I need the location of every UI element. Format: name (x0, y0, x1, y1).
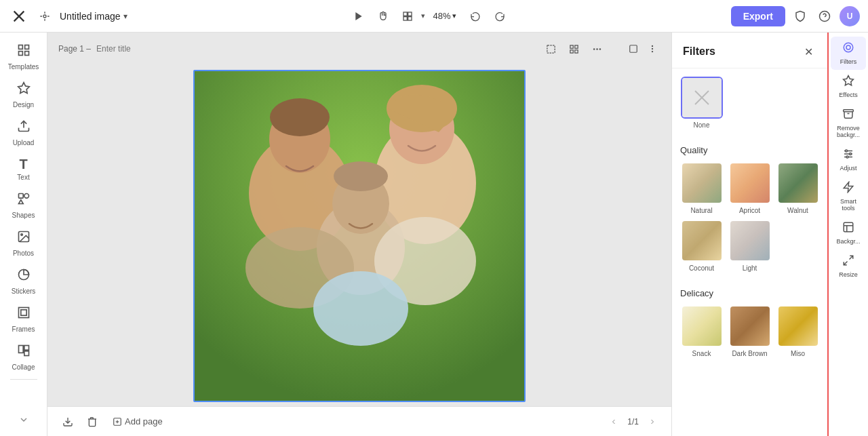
trash-icon[interactable] (83, 412, 102, 431)
filter-item-darkbrown[interactable]: Dark Brown (728, 305, 771, 357)
quality-filter-section: Quality Natural Apricot (672, 137, 827, 280)
zoom-value: 48% (433, 11, 451, 21)
photos-icon (17, 230, 31, 247)
add-page-button[interactable]: Add page (107, 414, 168, 429)
undo-button[interactable] (465, 5, 486, 27)
svg-rect-5 (408, 12, 411, 16)
zoom-control[interactable]: 48% ▾ (428, 8, 462, 24)
canvas-frame[interactable] (193, 70, 526, 402)
page-number: 1/1 (627, 417, 639, 427)
filter-item-walnut[interactable]: Walnut (776, 162, 819, 214)
filter-label-light: Light (743, 264, 757, 272)
save-icon[interactable] (35, 7, 54, 26)
svg-point-57 (844, 43, 853, 52)
filter-thumb-light (729, 220, 771, 262)
download-icon[interactable] (58, 412, 77, 431)
svg-rect-27 (574, 45, 577, 47)
upload-icon (17, 119, 31, 136)
right-sidebar-item-remove-bg[interactable]: Remove backgr... (831, 103, 866, 143)
hand-tool-button[interactable] (372, 5, 394, 27)
svg-rect-11 (18, 52, 22, 56)
none-filter-grid: None (680, 77, 819, 129)
svg-point-34 (652, 45, 653, 47)
layout-chevron-icon[interactable]: ▾ (421, 12, 425, 20)
right-sidebar-item-background[interactable]: Backgr... (831, 216, 866, 250)
page-more-icon[interactable] (644, 41, 660, 57)
play-button[interactable] (348, 5, 370, 27)
design-label: Design (13, 101, 34, 108)
canvas-toolbar (541, 39, 606, 58)
resize-tool-icon (842, 254, 854, 269)
page-title-input[interactable] (96, 44, 536, 54)
smart-tools-icon (842, 181, 854, 196)
right-sidebar-item-resize[interactable]: Resize (831, 250, 866, 283)
right-sidebar-item-adjust[interactable]: Adjust (831, 143, 866, 176)
svg-rect-29 (574, 49, 577, 52)
next-page-button[interactable] (644, 414, 660, 430)
right-sidebar-item-filters[interactable]: Filters (831, 37, 866, 70)
sidebar-item-design[interactable]: Design (2, 76, 45, 114)
sidebar-item-templates[interactable]: Templates (2, 38, 45, 76)
app-logo[interactable] (8, 5, 30, 27)
title-chevron-icon[interactable]: ▾ (123, 12, 127, 21)
right-background-label: Backgr... (836, 238, 860, 245)
svg-rect-10 (24, 45, 28, 49)
quality-section-title: Quality (680, 145, 819, 155)
svg-rect-4 (403, 12, 407, 16)
filter-thumb-natural (681, 162, 723, 204)
page-header: Page 1 – (47, 33, 671, 62)
sidebar-item-photos[interactable]: Photos (2, 224, 45, 262)
sidebar-collapse-button[interactable] (2, 409, 45, 431)
selection-tool-button[interactable] (541, 39, 560, 58)
grid-tool-button[interactable] (564, 39, 583, 58)
svg-point-36 (652, 51, 653, 52)
right-effects-label: Effects (839, 92, 857, 98)
sidebar-item-frames[interactable]: Frames (2, 300, 45, 338)
filter-item-natural[interactable]: Natural (680, 162, 723, 214)
right-remove-bg-label: Remove backgr... (833, 125, 863, 138)
layout-button[interactable] (397, 5, 418, 27)
filter-item-coconut[interactable]: Coconut (680, 220, 723, 272)
svg-rect-9 (18, 45, 22, 49)
templates-label: Templates (8, 63, 39, 71)
sidebar-item-upload[interactable]: Upload (2, 114, 45, 152)
stickers-icon (17, 268, 31, 285)
filters-close-button[interactable]: ✕ (800, 43, 816, 60)
help-icon[interactable] (815, 7, 834, 26)
filter-item-snack[interactable]: Snack (680, 305, 723, 357)
effects-tool-icon (842, 75, 854, 90)
right-sidebar-item-smart-tools[interactable]: Smart tools (831, 176, 866, 216)
export-button[interactable]: Export (731, 6, 785, 26)
right-sidebar-item-effects[interactable]: Effects (831, 70, 866, 103)
svg-rect-6 (403, 16, 407, 20)
filter-thumb-none (681, 77, 723, 119)
svg-rect-25 (547, 45, 554, 52)
sidebar-item-stickers[interactable]: Stickers (2, 262, 45, 300)
topbar-right: Export U (731, 6, 860, 26)
page-options-icon[interactable] (625, 41, 642, 57)
redo-button[interactable] (489, 5, 511, 27)
svg-point-35 (652, 48, 653, 49)
sidebar-item-collage[interactable]: Collage (2, 338, 45, 376)
filter-label-apricot: Apricot (739, 207, 760, 214)
prev-page-button[interactable] (606, 414, 622, 430)
filter-label-natural: Natural (690, 207, 712, 214)
canvas-area: Page 1 – (47, 33, 671, 436)
sidebar-item-shapes[interactable]: Shapes (2, 186, 45, 224)
filter-item-none[interactable]: None (680, 77, 723, 129)
filters-tool-icon (842, 41, 854, 56)
filter-thumb-walnut (777, 162, 819, 204)
sidebar-item-text[interactable]: T Text (2, 152, 45, 186)
filter-item-miso[interactable]: Miso (776, 305, 819, 357)
topbar-center-controls: ▾ 48% ▾ (348, 5, 511, 27)
svg-rect-23 (24, 346, 28, 351)
shield-icon[interactable] (791, 7, 810, 26)
svg-rect-20 (18, 308, 28, 318)
more-options-button[interactable] (587, 39, 606, 58)
filter-label-miso: Miso (791, 350, 805, 357)
avatar[interactable]: U (840, 6, 860, 26)
filter-item-light[interactable]: Light (728, 220, 771, 272)
design-icon (17, 81, 31, 98)
filter-item-apricot[interactable]: Apricot (728, 162, 771, 214)
none-filter-section: None (672, 68, 827, 137)
